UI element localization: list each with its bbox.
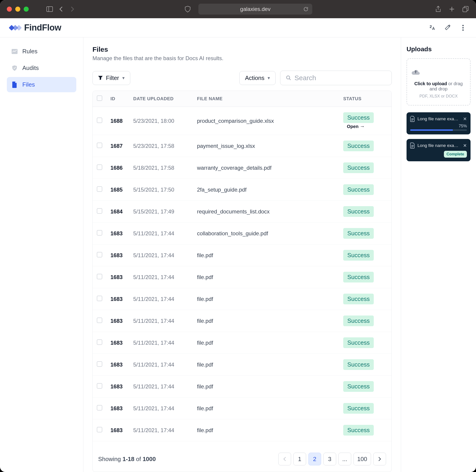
uploads-title: Uploads [407,46,471,53]
cell-id: 1683 [106,223,129,245]
more-menu-icon[interactable] [459,24,466,31]
chart-icon [11,48,18,55]
row-checkbox[interactable] [97,274,102,279]
close-icon[interactable]: ✕ [463,143,467,148]
reload-icon[interactable] [303,6,309,12]
row-checkbox[interactable] [97,296,102,301]
forward-button[interactable] [69,5,76,13]
cell-filename: product_comparison_guide.xlsx [193,107,339,135]
cell-date: 5/11/2021, 17:44 [129,223,193,245]
uploads-panel: Uploads Click to upload or drag and drop… [401,37,476,472]
cell-filename: file.pdf [193,441,339,446]
logo[interactable]: FindFlow [10,23,61,33]
table-row[interactable]: 1683 5/11/2021, 17:44 file.pdf Success [93,310,391,332]
row-checkbox[interactable] [97,164,102,170]
table-row[interactable]: 1683 5/11/2021, 17:44 collaboration_tool… [93,223,391,245]
sidebar: Rules Audits Files [0,37,83,472]
table-row[interactable]: 1683 5/11/2021, 17:44 file.pdf Success [93,332,391,354]
sidebar-item-rules[interactable]: Rules [7,44,76,59]
cell-filename: file.pdf [193,332,339,354]
close-window-button[interactable] [7,7,12,12]
maximize-window-button[interactable] [24,7,29,12]
table-row[interactable]: 1683 5/11/2021, 17:44 file.pdf Success [93,354,391,376]
shield-check-icon [11,65,18,71]
table-row[interactable]: 1683 5/11/2021, 17:44 file.pdf Success [93,266,391,288]
row-checkbox[interactable] [97,143,102,148]
table-row[interactable]: 1688 5/23/2021, 18:00 product_comparison… [93,107,391,135]
share-icon[interactable] [435,5,442,13]
url-text: galaxies.dev [240,6,270,12]
page-button-3[interactable]: 3 [323,453,336,465]
new-tab-icon[interactable] [448,5,456,13]
back-button[interactable] [57,5,65,13]
row-checkbox[interactable] [97,208,102,214]
cell-id: 1685 [106,179,129,201]
row-checkbox[interactable] [97,427,102,432]
arrow-right-icon: → [360,123,365,129]
upload-file-name: Long file name example.pdf [417,143,460,148]
table-row[interactable]: 1683 5/11/2021, 17:44 file.pdf Success [93,376,391,398]
svg-rect-0 [47,7,53,12]
cell-date: 5/11/2021, 17:44 [129,398,193,420]
search-box[interactable] [280,71,392,85]
row-checkbox[interactable] [97,118,102,123]
page-button-1[interactable]: 1 [293,453,306,465]
minimize-window-button[interactable] [15,7,20,12]
row-checkbox[interactable] [97,383,102,389]
actions-button[interactable]: Actions ▾ [239,71,276,85]
table-row[interactable]: 1683 5/11/2021, 17:44 file.pdf Success [93,245,391,266]
document-icon [410,143,415,149]
row-checkbox[interactable] [97,361,102,367]
row-checkbox[interactable] [97,317,102,323]
translate-icon[interactable] [429,24,435,31]
privacy-shield-icon[interactable] [185,6,191,13]
cell-id: 1683 [106,310,129,332]
status-badge: Success [343,162,374,173]
status-badge: Success [343,425,374,436]
select-all-checkbox[interactable] [97,95,102,101]
dropzone-subtext: PDF, XLSX or DOCX [411,94,466,99]
table-row[interactable]: 1687 5/23/2021, 17:58 payment_issue_log.… [93,135,391,157]
page-button-2[interactable]: 2 [308,453,321,465]
next-page-button[interactable] [373,453,386,465]
page-button-100[interactable]: 100 [354,453,371,465]
row-checkbox[interactable] [97,405,102,410]
table-row[interactable]: 1683 5/11/2021, 17:44 file.pdf Success [93,420,391,441]
status-badge: Success [343,184,374,195]
filter-button[interactable]: Filter ▾ [92,71,130,85]
table-row[interactable]: 1683 5/11/2021, 17:44 file.pdf Success [93,441,391,446]
search-input[interactable] [294,74,386,82]
svg-point-7 [462,29,464,31]
table-row[interactable]: 1685 5/15/2021, 17:50 2fa_setup_guide.pd… [93,179,391,201]
prev-page-button[interactable] [278,453,291,465]
app-header: FindFlow [0,18,476,37]
column-header-name[interactable]: FILE NAME [193,91,339,107]
showing-text: Showing 1-18 of 1000 [98,455,156,463]
table-footer: Showing 1-18 of 1000 123...100 [93,446,391,472]
main-content: Files Manage the files that are the basi… [83,37,401,472]
close-icon[interactable]: ✕ [463,116,467,122]
column-header-date[interactable]: DATE UPLOADED [129,91,193,107]
cell-date: 5/15/2021, 17:49 [129,201,193,223]
table-row[interactable]: 1686 5/18/2021, 17:58 warranty_coverage_… [93,157,391,179]
row-checkbox[interactable] [97,339,102,345]
sidebar-item-audits[interactable]: Audits [7,60,76,76]
column-header-id[interactable]: ID [106,91,129,107]
upload-dropzone[interactable]: Click to upload or drag and drop PDF, XL… [407,58,471,105]
status-badge: Success [343,359,374,370]
table-row[interactable]: 1683 5/11/2021, 17:44 file.pdf Success [93,398,391,420]
row-checkbox[interactable] [97,252,102,257]
column-header-status[interactable]: STATUS [339,91,391,107]
row-checkbox[interactable] [97,186,102,192]
sidebar-toggle-icon[interactable] [46,5,53,13]
row-checkbox[interactable] [97,230,102,236]
url-bar[interactable]: galaxies.dev [198,4,312,15]
sidebar-item-files[interactable]: Files [7,77,76,92]
open-link[interactable]: Open → [347,124,365,129]
table-row[interactable]: 1684 5/15/2021, 17:49 required_documents… [93,201,391,223]
magic-wand-icon[interactable] [444,24,451,31]
chevron-down-icon: ▾ [122,75,125,81]
tabs-icon[interactable] [462,5,469,13]
cell-id: 1683 [106,376,129,398]
table-row[interactable]: 1683 5/11/2021, 17:44 file.pdf Success [93,288,391,310]
